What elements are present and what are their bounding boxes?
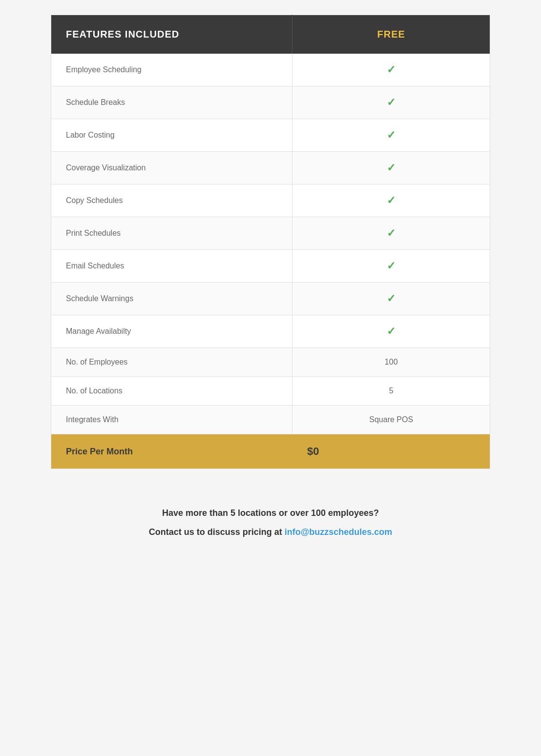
feature-cell: Labor Costing xyxy=(51,119,292,152)
checkmark-icon: ✓ xyxy=(387,194,395,206)
checkmark-icon: ✓ xyxy=(387,63,395,76)
checkmark-icon: ✓ xyxy=(387,96,395,108)
table-row: No. of Employees100 xyxy=(51,348,490,377)
feature-cell: Schedule Breaks xyxy=(51,86,292,119)
checkmark-icon: ✓ xyxy=(387,129,395,141)
value-cell: Square POS xyxy=(292,406,490,434)
free-label: FREE xyxy=(377,29,405,40)
contact-text: Contact us to discuss pricing at xyxy=(149,527,285,537)
table-row: Schedule Warnings✓ xyxy=(51,283,490,315)
value-cell: ✓ xyxy=(292,54,490,86)
table-row: Coverage Visualization✓ xyxy=(51,152,490,184)
feature-cell: No. of Employees xyxy=(51,348,292,377)
checkmark-icon: ✓ xyxy=(387,325,395,337)
checkmark-icon: ✓ xyxy=(387,227,395,239)
table-row: Copy Schedules✓ xyxy=(51,184,490,217)
price-per-month-label: Price Per Month xyxy=(66,447,133,456)
pricing-table: FEATURES INCLUDED FREE Employee Scheduli… xyxy=(51,15,490,469)
value-cell: 100 xyxy=(292,348,490,377)
feature-cell: No. of Locations xyxy=(51,377,292,406)
feature-cell: Integrates With xyxy=(51,406,292,434)
header-features-cell: FEATURES INCLUDED xyxy=(51,15,292,54)
feature-cell: Schedule Warnings xyxy=(51,283,292,315)
value-cell: ✓ xyxy=(292,86,490,119)
header-free-cell: FREE xyxy=(292,15,490,54)
value-cell: ✓ xyxy=(292,283,490,315)
table-row: Employee Scheduling✓ xyxy=(51,54,490,86)
footer-price-cell: $0 xyxy=(292,434,490,469)
bottom-contact: Contact us to discuss pricing at info@bu… xyxy=(61,527,480,537)
feature-cell: Coverage Visualization xyxy=(51,152,292,184)
footer-label-cell: Price Per Month xyxy=(51,434,292,469)
value-cell: ✓ xyxy=(292,119,490,152)
table-row: Email Schedules✓ xyxy=(51,250,490,283)
value-cell: 5 xyxy=(292,377,490,406)
table-row: Manage Availabilty✓ xyxy=(51,315,490,348)
price-value: $0 xyxy=(307,445,319,457)
features-included-label: FEATURES INCLUDED xyxy=(66,29,179,40)
bottom-question: Have more than 5 locations or over 100 e… xyxy=(61,508,480,518)
footer-row: Price Per Month$0 xyxy=(51,434,490,469)
table-row: Labor Costing✓ xyxy=(51,119,490,152)
feature-cell: Email Schedules xyxy=(51,250,292,283)
feature-cell: Manage Availabilty xyxy=(51,315,292,348)
table-header-row: FEATURES INCLUDED FREE xyxy=(51,15,490,54)
table-row: Schedule Breaks✓ xyxy=(51,86,490,119)
table-row: Integrates WithSquare POS xyxy=(51,406,490,434)
table-row: No. of Locations5 xyxy=(51,377,490,406)
feature-cell: Print Schedules xyxy=(51,217,292,250)
table-row: Print Schedules✓ xyxy=(51,217,490,250)
value-cell: ✓ xyxy=(292,315,490,348)
feature-cell: Employee Scheduling xyxy=(51,54,292,86)
page-container: FEATURES INCLUDED FREE Employee Scheduli… xyxy=(51,15,490,547)
checkmark-icon: ✓ xyxy=(387,162,395,174)
value-cell: ✓ xyxy=(292,152,490,184)
value-cell: ✓ xyxy=(292,217,490,250)
value-cell: ✓ xyxy=(292,250,490,283)
bottom-section: Have more than 5 locations or over 100 e… xyxy=(51,498,490,547)
checkmark-icon: ✓ xyxy=(387,292,395,305)
email-link[interactable]: info@buzzschedules.com xyxy=(285,527,393,537)
value-cell: ✓ xyxy=(292,184,490,217)
feature-cell: Copy Schedules xyxy=(51,184,292,217)
checkmark-icon: ✓ xyxy=(387,260,395,272)
